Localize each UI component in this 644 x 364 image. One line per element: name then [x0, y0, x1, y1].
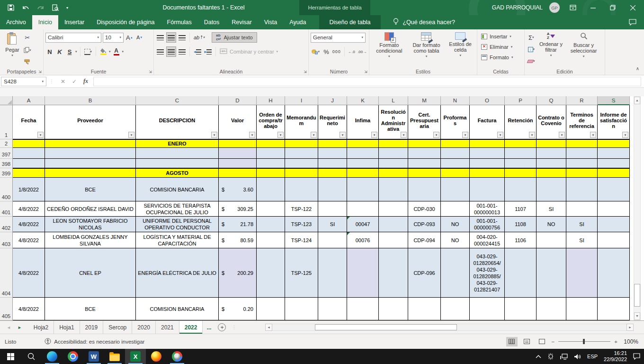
column-header-K[interactable]: K — [347, 96, 379, 105]
filter-button-R[interactable]: ▾ — [590, 132, 596, 138]
header-cell-P[interactable]: Retención▾ — [505, 105, 537, 139]
column-header-O[interactable]: O — [470, 96, 505, 105]
filter-button-Q[interactable]: ▾ — [559, 132, 565, 138]
confirm-entry-icon[interactable]: ✓ — [69, 78, 80, 85]
cell-M400[interactable] — [408, 178, 441, 201]
align-left-icon[interactable] — [156, 46, 165, 57]
cell-P404[interactable] — [505, 248, 537, 298]
cell-J404[interactable] — [318, 248, 347, 298]
cell-Q402[interactable]: NO — [537, 217, 566, 232]
cell-H404[interactable] — [257, 248, 285, 298]
cell-O402[interactable]: 001-001-000000756 — [470, 217, 505, 232]
cell-B399[interactable] — [45, 168, 136, 178]
cell-M402[interactable]: CDP-093 — [408, 217, 441, 232]
cell-P397[interactable] — [505, 148, 537, 159]
cell-B403[interactable]: LOMBEIDA GONZALES JENNY SILVANA — [45, 232, 136, 248]
save-icon[interactable] — [8, 4, 14, 11]
column-header-P[interactable]: P — [505, 96, 537, 105]
column-header-D[interactable]: D — [219, 96, 257, 105]
vertical-scrollbar[interactable]: ▲ ▼ — [634, 96, 641, 320]
delete-cells-button[interactable]: Eliminar▾ — [481, 42, 522, 52]
restore-button[interactable] — [606, 1, 619, 14]
cell-N397[interactable] — [441, 148, 470, 159]
cell-L397[interactable] — [379, 148, 408, 159]
scroll-up-icon[interactable]: ▲ — [634, 97, 640, 104]
header-cell-B[interactable]: Proveedor▾ — [45, 105, 136, 139]
filter-button-S[interactable]: ▾ — [622, 132, 628, 138]
tab-datos[interactable]: Datos — [198, 15, 226, 29]
filter-button-P[interactable]: ▾ — [529, 132, 535, 138]
copy-icon[interactable]: ▾ — [23, 45, 32, 55]
align-top-icon[interactable] — [156, 32, 165, 43]
format-cells-button[interactable]: Formato▾ — [481, 52, 522, 63]
cell-A2[interactable] — [13, 139, 45, 148]
cell-D404[interactable]: $200.29 — [219, 248, 257, 298]
cell-P402[interactable]: 1108 — [505, 217, 537, 232]
scroll-right-icon[interactable]: ► — [626, 324, 634, 331]
cell-D403[interactable]: $80.59 — [219, 232, 257, 248]
cell-Q399[interactable] — [537, 168, 566, 178]
dialog-launcher-portapapeles[interactable]: ⇲ — [38, 70, 42, 74]
bold-button[interactable]: N — [45, 46, 54, 57]
scroll-left-icon[interactable]: ◄ — [265, 324, 272, 331]
cell-A397[interactable] — [13, 148, 45, 159]
filter-button-N[interactable]: ▾ — [462, 132, 468, 138]
name-box[interactable]: S428▾ — [1, 77, 46, 86]
cell-A399[interactable] — [13, 168, 45, 178]
cell-R402[interactable]: SI — [566, 217, 598, 232]
row-header-1[interactable]: 1 — [0, 105, 13, 139]
orientation-icon[interactable]: ab↗▾ — [193, 32, 206, 43]
cell-S404[interactable] — [598, 248, 630, 298]
cell-B405[interactable]: BCE — [45, 298, 136, 320]
cell-C401[interactable]: SERVICIOS DE TERAPISTA OCUPACIONAL DE JU… — [136, 201, 219, 217]
cell-B401[interactable]: CEDEÑO ORDOÑEZ ISRAEL DAVID — [45, 201, 136, 217]
tab-diseno-de-tabla[interactable]: Diseño de tabla — [328, 15, 373, 29]
grow-font-icon[interactable]: A▲ — [125, 32, 134, 43]
cell-K403[interactable]: 00076 — [347, 232, 379, 248]
cell-D401[interactable]: $309.25 — [219, 201, 257, 217]
feedback-comment-icon[interactable] — [629, 15, 636, 29]
cell-R400[interactable] — [566, 178, 598, 201]
cell-A404[interactable]: 4/8/2022 — [13, 248, 45, 298]
cell-K2[interactable] — [347, 139, 379, 148]
taskbar-chrome-profile-icon[interactable] — [167, 349, 188, 364]
cell-M401[interactable]: CDP-030 — [408, 201, 441, 217]
cell-L405[interactable] — [379, 298, 408, 320]
cell-M398[interactable] — [408, 159, 441, 168]
filter-button-K[interactable]: ▾ — [371, 132, 377, 138]
filter-button-J[interactable]: ▾ — [340, 132, 346, 138]
align-right-icon[interactable] — [178, 46, 187, 57]
filter-button-M[interactable]: ▾ — [433, 132, 439, 138]
merge-center-button[interactable]: Combinar y centrar ▾ — [219, 46, 279, 57]
wrap-text-button[interactable]: abc↵ Ajustar texto — [212, 32, 257, 43]
cell-Q404[interactable] — [537, 248, 566, 298]
header-cell-N[interactable]: Proformas▾ — [441, 105, 470, 139]
cell-A400[interactable]: 1/8/2022 — [13, 178, 45, 201]
print-preview-icon[interactable] — [52, 4, 59, 11]
conditional-formatting-button[interactable]: ≠ Formato condicional▾ — [371, 31, 407, 60]
cell-B404[interactable]: CNEL EP — [45, 248, 136, 298]
account-name[interactable]: GAD PARROQUIAL — [492, 4, 543, 11]
cell-K402[interactable]: 00047 — [347, 217, 379, 232]
cell-S401[interactable] — [598, 201, 630, 217]
column-header-Q[interactable]: Q — [537, 96, 566, 105]
cell-O398[interactable] — [470, 159, 505, 168]
tab-formulas[interactable]: Fórmulas — [161, 15, 198, 29]
row-header-400[interactable]: 400 — [0, 178, 13, 201]
column-header-I[interactable]: I — [285, 96, 318, 105]
horizontal-scrollbar[interactable]: ◄ ► — [265, 323, 634, 331]
taskbar-word-icon[interactable]: W — [83, 349, 104, 364]
header-cell-H[interactable]: Orden de compra/trabajo▾ — [257, 105, 285, 139]
cell-J402[interactable]: SI — [318, 217, 347, 232]
cell-H398[interactable] — [257, 159, 285, 168]
zoom-slider-thumb[interactable] — [583, 339, 585, 344]
cell-N401[interactable] — [441, 201, 470, 217]
cell-I397[interactable] — [285, 148, 318, 159]
column-header-M[interactable]: M — [408, 96, 441, 105]
cell-I399[interactable] — [285, 168, 318, 178]
number-format-combo[interactable]: General▾ — [311, 33, 366, 43]
cell-C405[interactable]: COMISION BANCARIA — [136, 298, 219, 320]
row-header-405[interactable]: 405 — [0, 298, 13, 320]
cell-R399[interactable] — [566, 168, 598, 178]
filter-button-C[interactable]: ▾ — [211, 132, 217, 138]
